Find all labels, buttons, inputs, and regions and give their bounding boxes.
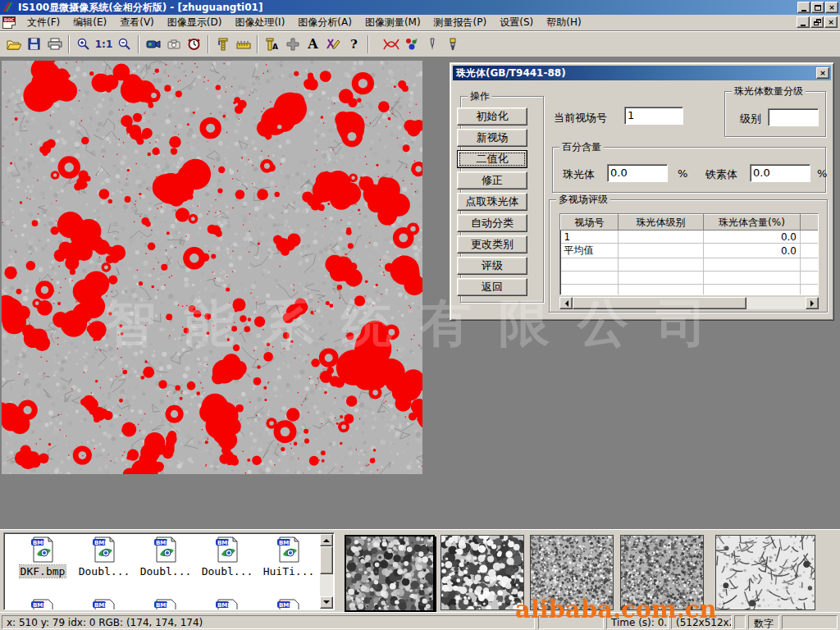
- file-name[interactable]: DKF.bmp: [20, 565, 66, 578]
- file-name[interactable]: Doubl...: [78, 565, 131, 578]
- timer-clock-icon[interactable]: [184, 34, 204, 55]
- brush-icon[interactable]: [442, 34, 463, 55]
- scroll-left-icon[interactable]: [559, 297, 573, 309]
- video-camera-icon[interactable]: [143, 34, 163, 55]
- scroll-right-icon[interactable]: [806, 297, 819, 309]
- scroll-up-icon[interactable]: [320, 534, 333, 546]
- file-item[interactable]: BMP: [197, 599, 258, 610]
- menu-image-analysis[interactable]: 图像分析(A): [291, 14, 358, 31]
- snapshot-camera-icon[interactable]: [163, 34, 184, 55]
- thumbnail-image-4[interactable]: [620, 535, 704, 610]
- thumbnail-image-2[interactable]: [441, 535, 524, 610]
- mdi-close-button[interactable]: ×: [824, 16, 838, 28]
- file-item[interactable]: BMP: [135, 599, 196, 610]
- grade-button[interactable]: 评级: [457, 257, 527, 275]
- status-image-size: (512x512x24): [671, 615, 732, 629]
- percent-group-label: 百分含量: [559, 141, 604, 153]
- file-item[interactable]: BMP HuiTi...: [258, 536, 319, 578]
- bmp-file-icon: BMP: [215, 536, 240, 563]
- init-button[interactable]: 初始化: [457, 107, 527, 126]
- auto-classify-button[interactable]: 自动分类: [457, 214, 527, 232]
- svg-text:BMP: BMP: [279, 602, 293, 609]
- menu-file[interactable]: 文件(F): [21, 14, 66, 31]
- file-name[interactable]: HuiTi...: [262, 565, 316, 578]
- table-row[interactable]: 1 0.0: [561, 231, 819, 244]
- mdi-restore-button[interactable]: [810, 16, 824, 28]
- new-field-button[interactable]: 新视场: [457, 129, 527, 147]
- red-spline-icon[interactable]: [381, 34, 401, 55]
- pen-probe-icon[interactable]: [422, 34, 442, 55]
- open-folder-icon[interactable]: [3, 34, 24, 55]
- binarize-button[interactable]: 二值化: [457, 150, 527, 168]
- actual-size-1to1-icon[interactable]: 1:1: [94, 34, 114, 55]
- caliper-annotate-icon[interactable]: A: [262, 34, 282, 55]
- metallographic-image-binarized[interactable]: [2, 61, 422, 474]
- menu-measure-report[interactable]: 测量报告(P): [427, 14, 494, 31]
- percent-group: 百分含量 珠光体 0.0 % 铁素体 0.0 %: [552, 147, 826, 193]
- scrollbar-track[interactable]: [746, 297, 806, 309]
- file-item[interactable]: BMP Doubl...: [74, 536, 135, 578]
- file-name[interactable]: Doubl...: [139, 565, 193, 578]
- file-list[interactable]: BMP DKF.bmp BMP Doubl... BMP Doubl... BM…: [3, 532, 335, 610]
- thumbnail-image-5[interactable]: [715, 535, 815, 610]
- multifield-table[interactable]: 视场号 珠光体级别 珠光体含量(%) 铁素体 1 0.0 平均值: [559, 213, 819, 295]
- pearlite-input[interactable]: 0.0: [607, 164, 668, 182]
- file-item[interactable]: BMP: [74, 599, 135, 610]
- menu-view[interactable]: 查看(V): [113, 14, 161, 31]
- print-icon[interactable]: [44, 34, 65, 55]
- table-horizontal-scrollbar[interactable]: [559, 297, 819, 309]
- particle-count-icon[interactable]: 3: [401, 34, 422, 55]
- change-class-button[interactable]: 更改类别: [457, 235, 527, 253]
- file-item[interactable]: BMP: [258, 599, 319, 610]
- scrollbar-thumb[interactable]: [320, 546, 333, 574]
- text-label-icon[interactable]: A: [303, 34, 323, 55]
- file-item[interactable]: BMP DKF.bmp: [12, 536, 73, 578]
- thumbnail-image-1[interactable]: [345, 535, 435, 612]
- correct-button[interactable]: 修正: [457, 171, 527, 189]
- svg-text:BMP: BMP: [217, 602, 231, 609]
- col-pearlite-grade[interactable]: 珠光体级别: [619, 215, 704, 231]
- zoom-out-icon[interactable]: [114, 34, 135, 55]
- col-pearlite-content[interactable]: 珠光体含量(%): [704, 215, 801, 231]
- grade-input[interactable]: [768, 108, 819, 126]
- return-button[interactable]: 返回: [457, 278, 527, 296]
- table-row[interactable]: 平均值 0.0: [561, 244, 819, 258]
- dialog-close-icon[interactable]: ×: [816, 67, 829, 79]
- pick-pearlite-button[interactable]: 点取珠光体: [457, 193, 527, 211]
- menu-settings[interactable]: 设置(S): [493, 14, 540, 31]
- scroll-down-icon[interactable]: [320, 596, 333, 609]
- current-field-input[interactable]: 1: [624, 107, 683, 125]
- file-item[interactable]: BMP Doubl...: [197, 536, 258, 578]
- ferrite-input[interactable]: 0.0: [750, 164, 810, 182]
- file-list-scrollbar[interactable]: [320, 534, 333, 609]
- menu-image-display[interactable]: 图像显示(D): [161, 14, 229, 31]
- help-question-icon[interactable]: ?: [344, 34, 364, 55]
- file-name[interactable]: Doubl...: [201, 565, 254, 578]
- toolbar-separator: [138, 35, 139, 53]
- gray-cross-icon[interactable]: [282, 34, 303, 55]
- document-icon[interactable]: DOC: [2, 16, 16, 29]
- status-empty-panel: [782, 615, 838, 629]
- file-item[interactable]: BMP: [12, 599, 73, 610]
- caliper-icon[interactable]: [212, 34, 233, 55]
- mdi-minimize-button[interactable]: [797, 16, 810, 28]
- col-ferrite[interactable]: 铁素体: [801, 215, 819, 231]
- ruler-icon[interactable]: [233, 34, 253, 55]
- thumbnail-image-3[interactable]: [530, 535, 614, 610]
- zoom-in-icon[interactable]: [73, 34, 94, 55]
- dialog-title-bar[interactable]: 珠光体(GB/T9441-88) ×: [453, 66, 831, 80]
- menu-edit[interactable]: 编辑(E): [66, 14, 113, 31]
- edit-annotation-icon[interactable]: [323, 34, 344, 55]
- col-field-no[interactable]: 视场号: [561, 215, 619, 231]
- scrollbar-thumb[interactable]: [573, 297, 746, 309]
- minimize-button[interactable]: [797, 2, 810, 13]
- close-button[interactable]: ×: [825, 2, 838, 13]
- save-floppy-icon[interactable]: [24, 34, 44, 55]
- title-bar: IS100显微摄像系统(金相分析版) - [zhuguangti01] ×: [0, 0, 840, 15]
- maximize-button[interactable]: [811, 2, 824, 13]
- image-browser-panel: BMP DKF.bmp BMP Doubl... BMP Doubl... BM…: [0, 529, 840, 612]
- menu-help[interactable]: 帮助(H): [540, 14, 587, 31]
- menu-image-measure[interactable]: 图像测量(M): [358, 14, 427, 31]
- menu-image-process[interactable]: 图像处理(I): [228, 14, 291, 31]
- file-item[interactable]: BMP Doubl...: [135, 536, 196, 578]
